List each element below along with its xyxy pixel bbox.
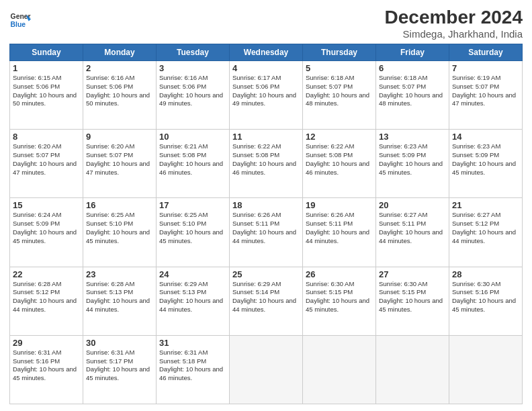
day-number: 26 <box>306 269 373 279</box>
table-row: 14 Sunrise: 6:23 AMSunset: 5:09 PMDaylig… <box>449 130 523 198</box>
day-info: Sunrise: 6:18 AMSunset: 5:07 PMDaylight:… <box>306 74 369 107</box>
day-info: Sunrise: 6:22 AMSunset: 5:08 PMDaylight:… <box>306 142 369 175</box>
day-info: Sunrise: 6:29 AMSunset: 5:13 PMDaylight:… <box>159 280 223 313</box>
day-info: Sunrise: 6:21 AMSunset: 5:08 PMDaylight:… <box>159 142 223 175</box>
day-info: Sunrise: 6:31 AMSunset: 5:17 PMDaylight:… <box>86 349 150 381</box>
day-info: Sunrise: 6:25 AMSunset: 5:10 PMDaylight:… <box>86 211 150 244</box>
calendar-week-row: 29 Sunrise: 6:31 AMSunset: 5:16 PMDaylig… <box>10 335 523 404</box>
day-number: 15 <box>13 200 80 210</box>
day-number: 4 <box>232 63 300 73</box>
day-info: Sunrise: 6:23 AMSunset: 5:09 PMDaylight:… <box>379 142 443 175</box>
table-row: 19 Sunrise: 6:26 AMSunset: 5:11 PMDaylig… <box>303 198 376 267</box>
table-row: 8 Sunrise: 6:20 AMSunset: 5:07 PMDayligh… <box>10 130 83 198</box>
day-info: Sunrise: 6:30 AMSunset: 5:15 PMDaylight:… <box>306 280 369 313</box>
table-row: 28 Sunrise: 6:30 AMSunset: 5:16 PMDaylig… <box>449 267 523 335</box>
page: General Blue December 2024 Simdega, Jhar… <box>0 0 532 411</box>
calendar-header-row: Sunday Monday Tuesday Wednesday Thursday… <box>10 44 523 61</box>
day-number: 24 <box>159 269 226 279</box>
day-info: Sunrise: 6:30 AMSunset: 5:15 PMDaylight:… <box>379 280 443 313</box>
day-number: 1 <box>13 63 80 73</box>
day-number: 5 <box>306 63 373 73</box>
day-number: 17 <box>159 200 226 210</box>
table-row: 22 Sunrise: 6:28 AMSunset: 5:12 PMDaylig… <box>10 267 83 335</box>
table-row: 21 Sunrise: 6:27 AMSunset: 5:12 PMDaylig… <box>449 198 523 267</box>
day-number: 11 <box>232 132 300 142</box>
table-row: 31 Sunrise: 6:31 AMSunset: 5:18 PMDaylig… <box>157 335 230 404</box>
table-row: 29 Sunrise: 6:31 AMSunset: 5:16 PMDaylig… <box>10 335 83 404</box>
day-number: 29 <box>13 338 80 348</box>
day-number: 10 <box>159 132 226 142</box>
day-number: 18 <box>232 200 300 210</box>
day-info: Sunrise: 6:28 AMSunset: 5:13 PMDaylight:… <box>86 280 150 313</box>
table-row <box>230 335 303 404</box>
day-number: 31 <box>159 338 226 348</box>
logo: General Blue <box>9 9 31 31</box>
col-monday: Monday <box>83 44 157 61</box>
col-friday: Friday <box>376 44 449 61</box>
table-row <box>376 335 449 404</box>
table-row: 10 Sunrise: 6:21 AMSunset: 5:08 PMDaylig… <box>157 130 230 198</box>
day-info: Sunrise: 6:26 AMSunset: 5:11 PMDaylight:… <box>232 211 296 244</box>
location: Simdega, Jharkhand, India <box>385 28 523 40</box>
svg-text:Blue: Blue <box>11 21 26 28</box>
table-row: 4 Sunrise: 6:17 AMSunset: 5:06 PMDayligh… <box>230 61 303 130</box>
day-number: 3 <box>159 63 226 73</box>
day-number: 14 <box>452 132 519 142</box>
logo-icon: General Blue <box>9 9 31 31</box>
day-info: Sunrise: 6:20 AMSunset: 5:07 PMDaylight:… <box>13 142 77 175</box>
table-row: 30 Sunrise: 6:31 AMSunset: 5:17 PMDaylig… <box>83 335 157 404</box>
day-info: Sunrise: 6:18 AMSunset: 5:07 PMDaylight:… <box>379 74 443 107</box>
day-info: Sunrise: 6:31 AMSunset: 5:18 PMDaylight:… <box>159 349 223 381</box>
calendar-week-row: 8 Sunrise: 6:20 AMSunset: 5:07 PMDayligh… <box>10 130 523 198</box>
day-info: Sunrise: 6:30 AMSunset: 5:16 PMDaylight:… <box>452 280 516 313</box>
day-number: 13 <box>379 132 446 142</box>
day-number: 19 <box>306 200 373 210</box>
day-number: 28 <box>452 269 519 279</box>
day-info: Sunrise: 6:16 AMSunset: 5:06 PMDaylight:… <box>159 74 223 107</box>
table-row: 27 Sunrise: 6:30 AMSunset: 5:15 PMDaylig… <box>376 267 449 335</box>
calendar-table: Sunday Monday Tuesday Wednesday Thursday… <box>9 44 523 404</box>
day-info: Sunrise: 6:29 AMSunset: 5:14 PMDaylight:… <box>232 280 296 313</box>
table-row: 2 Sunrise: 6:16 AMSunset: 5:06 PMDayligh… <box>83 61 157 130</box>
day-info: Sunrise: 6:20 AMSunset: 5:07 PMDaylight:… <box>86 142 150 175</box>
calendar-week-row: 15 Sunrise: 6:24 AMSunset: 5:09 PMDaylig… <box>10 198 523 267</box>
day-info: Sunrise: 6:25 AMSunset: 5:10 PMDaylight:… <box>159 211 223 244</box>
day-info: Sunrise: 6:23 AMSunset: 5:09 PMDaylight:… <box>452 142 516 175</box>
day-number: 22 <box>13 269 80 279</box>
day-info: Sunrise: 6:28 AMSunset: 5:12 PMDaylight:… <box>13 280 77 313</box>
table-row: 17 Sunrise: 6:25 AMSunset: 5:10 PMDaylig… <box>157 198 230 267</box>
table-row: 18 Sunrise: 6:26 AMSunset: 5:11 PMDaylig… <box>230 198 303 267</box>
calendar-week-row: 22 Sunrise: 6:28 AMSunset: 5:12 PMDaylig… <box>10 267 523 335</box>
calendar-week-row: 1 Sunrise: 6:15 AMSunset: 5:06 PMDayligh… <box>10 61 523 130</box>
table-row: 11 Sunrise: 6:22 AMSunset: 5:08 PMDaylig… <box>230 130 303 198</box>
day-number: 27 <box>379 269 446 279</box>
table-row: 25 Sunrise: 6:29 AMSunset: 5:14 PMDaylig… <box>230 267 303 335</box>
table-row: 24 Sunrise: 6:29 AMSunset: 5:13 PMDaylig… <box>157 267 230 335</box>
table-row <box>303 335 376 404</box>
table-row: 13 Sunrise: 6:23 AMSunset: 5:09 PMDaylig… <box>376 130 449 198</box>
day-info: Sunrise: 6:22 AMSunset: 5:08 PMDaylight:… <box>232 142 296 175</box>
month-title: December 2024 <box>385 7 523 28</box>
table-row: 7 Sunrise: 6:19 AMSunset: 5:07 PMDayligh… <box>449 61 523 130</box>
day-info: Sunrise: 6:15 AMSunset: 5:06 PMDaylight:… <box>13 74 77 107</box>
day-info: Sunrise: 6:16 AMSunset: 5:06 PMDaylight:… <box>86 74 150 107</box>
day-number: 25 <box>232 269 300 279</box>
col-tuesday: Tuesday <box>157 44 230 61</box>
day-info: Sunrise: 6:27 AMSunset: 5:12 PMDaylight:… <box>452 211 516 244</box>
table-row: 9 Sunrise: 6:20 AMSunset: 5:07 PMDayligh… <box>83 130 157 198</box>
day-info: Sunrise: 6:19 AMSunset: 5:07 PMDaylight:… <box>452 74 516 107</box>
col-wednesday: Wednesday <box>230 44 303 61</box>
table-row: 20 Sunrise: 6:27 AMSunset: 5:11 PMDaylig… <box>376 198 449 267</box>
table-row: 15 Sunrise: 6:24 AMSunset: 5:09 PMDaylig… <box>10 198 83 267</box>
day-info: Sunrise: 6:17 AMSunset: 5:06 PMDaylight:… <box>232 74 296 107</box>
col-sunday: Sunday <box>10 44 83 61</box>
day-info: Sunrise: 6:27 AMSunset: 5:11 PMDaylight:… <box>379 211 443 244</box>
table-row: 6 Sunrise: 6:18 AMSunset: 5:07 PMDayligh… <box>376 61 449 130</box>
day-number: 30 <box>86 338 153 348</box>
col-saturday: Saturday <box>449 44 523 61</box>
table-row: 5 Sunrise: 6:18 AMSunset: 5:07 PMDayligh… <box>303 61 376 130</box>
table-row: 23 Sunrise: 6:28 AMSunset: 5:13 PMDaylig… <box>83 267 157 335</box>
day-number: 21 <box>452 200 519 210</box>
day-number: 20 <box>379 200 446 210</box>
day-number: 12 <box>306 132 373 142</box>
